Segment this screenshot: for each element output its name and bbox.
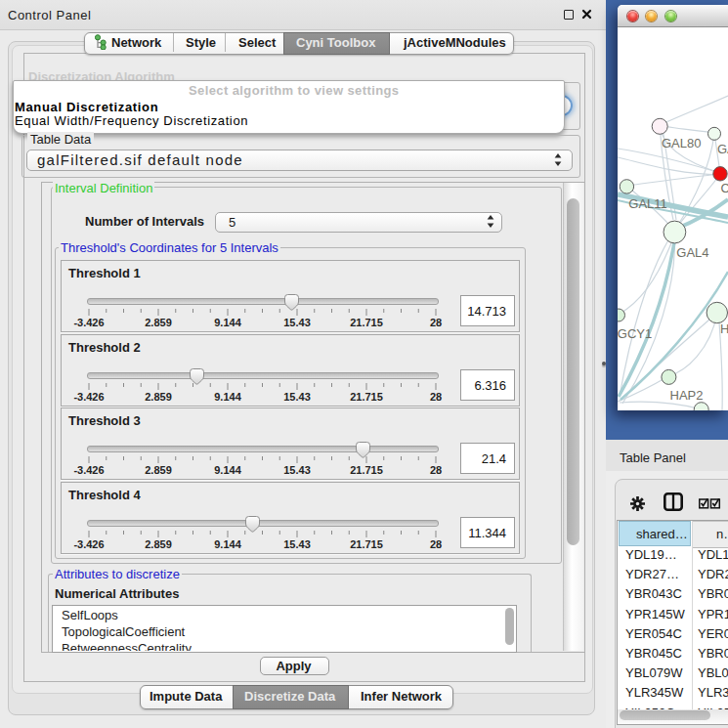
svg-text:C: C xyxy=(721,181,728,195)
svg-text:GAL4: GAL4 xyxy=(676,245,708,260)
svg-text:GAL11: GAL11 xyxy=(628,196,667,211)
svg-text:GAL80: GAL80 xyxy=(662,136,701,150)
svg-text:H: H xyxy=(720,321,728,336)
svg-text:GCY1: GCY1 xyxy=(618,326,652,341)
svg-text:GA: GA xyxy=(717,142,728,156)
svg-text:HAP2: HAP2 xyxy=(670,388,704,403)
